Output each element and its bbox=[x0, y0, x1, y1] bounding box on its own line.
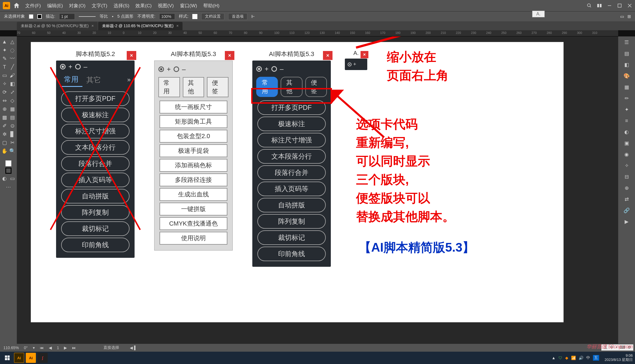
radio-off-icon[interactable] bbox=[174, 66, 179, 72]
align-icon[interactable]: ⊩ bbox=[251, 14, 255, 19]
curvature-tool-icon[interactable]: 〰 bbox=[9, 55, 16, 62]
radio-on-icon[interactable] bbox=[348, 62, 352, 66]
tray-ime-ch-icon[interactable]: 中 bbox=[586, 355, 590, 360]
gpu-toggle-icon[interactable]: ▭ bbox=[620, 14, 624, 19]
edit-toolbar-icon[interactable]: ⋯ bbox=[5, 183, 12, 191]
menu-effect[interactable]: 效果(C) bbox=[135, 3, 152, 9]
script-button[interactable]: 自动拼版 bbox=[257, 198, 326, 212]
tray-app-icon[interactable]: ◆ bbox=[565, 356, 568, 360]
brush-tool-icon[interactable]: 🖌 bbox=[9, 72, 16, 79]
transparency-panel-icon[interactable]: ▣ bbox=[622, 139, 631, 147]
selection-tool-icon[interactable]: ▲ bbox=[1, 38, 8, 45]
links-panel-icon[interactable]: 🔗 bbox=[622, 206, 631, 215]
home-icon[interactable] bbox=[13, 2, 20, 9]
script-button[interactable]: 统一画板尺寸 bbox=[160, 101, 227, 113]
zoom-level[interactable]: 110.65% bbox=[3, 346, 19, 350]
stroke-panel-icon[interactable]: ≡ bbox=[622, 117, 631, 125]
align-panel-icon[interactable]: ⊟ bbox=[622, 173, 631, 181]
fill-swatch[interactable] bbox=[29, 14, 33, 19]
taskbar-ai-icon[interactable]: Ai bbox=[14, 353, 24, 363]
shaper-tool-icon[interactable]: ✧ bbox=[1, 80, 8, 87]
perspective-tool-icon[interactable]: ▦ bbox=[9, 105, 16, 113]
chevron-right-icon[interactable]: » bbox=[127, 76, 131, 84]
screen-mode-icon[interactable]: ▭ bbox=[9, 175, 16, 182]
script-button[interactable]: 包装盒型2.0 bbox=[160, 130, 227, 143]
menu-file[interactable]: 文件(F) bbox=[25, 3, 41, 9]
stroke-weight-input[interactable] bbox=[59, 13, 75, 20]
width-tool-icon[interactable]: ⇔ bbox=[1, 97, 8, 104]
symbol-sprayer-tool-icon[interactable]: ✲ bbox=[1, 131, 8, 138]
script-button[interactable]: 矩形圆角工具 bbox=[160, 115, 227, 128]
script-button[interactable]: 多段路径连接 bbox=[160, 173, 227, 186]
actions-panel-icon[interactable]: ▶ bbox=[622, 217, 631, 226]
swatches-panel-icon[interactable]: ▦ bbox=[622, 83, 631, 91]
doc-tab-2[interactable]: 未标题-2 @ 110.65 % (CMYK/CPU 预览)× bbox=[98, 22, 183, 30]
script-button[interactable]: 打开多页PDF bbox=[61, 91, 130, 106]
panel-5-3-dark-close-button[interactable]: × bbox=[323, 51, 332, 60]
zoom-tool-icon[interactable]: 🔍 bbox=[9, 147, 16, 155]
line-tool-icon[interactable]: ╱ bbox=[9, 63, 16, 71]
artboard-nav-first-icon[interactable]: ⏮ bbox=[40, 346, 44, 350]
type-tool-icon[interactable]: T bbox=[1, 63, 8, 71]
eraser-tool-icon[interactable]: ◧ bbox=[9, 80, 16, 87]
taskbar-app-icon[interactable]: ∫ bbox=[38, 353, 48, 363]
tab-common[interactable]: 常用 bbox=[60, 73, 82, 87]
tab-other[interactable]: 其它 bbox=[82, 73, 105, 87]
layers-panel-icon[interactable]: ▤ bbox=[622, 49, 631, 58]
script-button[interactable]: 文本段落分行 bbox=[61, 140, 130, 155]
radio-on-icon[interactable] bbox=[256, 66, 262, 72]
blend-tool-icon[interactable]: ⊙ bbox=[9, 122, 16, 129]
direct-selection-tool-icon[interactable]: △ bbox=[9, 38, 16, 45]
tab-other[interactable]: 其他 bbox=[183, 77, 204, 97]
arrange-icon[interactable] bbox=[597, 3, 602, 8]
opacity-input[interactable] bbox=[159, 13, 175, 20]
script-button[interactable]: 印前角线 bbox=[257, 247, 326, 261]
magic-wand-tool-icon[interactable]: ✦ bbox=[1, 47, 8, 54]
script-button[interactable]: CMYK查找潘通色 bbox=[160, 217, 227, 230]
script-button[interactable]: 阵列复制 bbox=[257, 214, 326, 229]
panel-5-2-close-button[interactable]: × bbox=[127, 51, 136, 60]
graphic-styles-panel-icon[interactable]: ✧ bbox=[622, 161, 631, 170]
mesh-tool-icon[interactable]: ▩ bbox=[1, 114, 8, 121]
stroke-profile-line[interactable] bbox=[79, 16, 96, 17]
rotate-view-icon[interactable]: 0° bbox=[24, 346, 27, 350]
stroke-swatch[interactable] bbox=[37, 14, 42, 19]
canvas[interactable]: 脚本精简版5.2 × + – 常用 其它 » 打开多页PDF极速标注标注尺寸增强… bbox=[17, 36, 618, 344]
pen-tool-icon[interactable]: ✎ bbox=[1, 55, 8, 62]
script-button[interactable]: 一键拼版 bbox=[160, 203, 227, 215]
style-swatch[interactable] bbox=[192, 14, 197, 19]
script-button[interactable]: 极速手提袋 bbox=[160, 144, 227, 157]
essentials-workspace-icon[interactable]: ⊞ bbox=[627, 14, 631, 19]
maximize-icon[interactable] bbox=[617, 3, 622, 8]
menu-view[interactable]: 视图(V) bbox=[158, 3, 174, 9]
menu-type[interactable]: 文字(T) bbox=[92, 3, 107, 9]
radio-on-icon[interactable] bbox=[60, 64, 66, 69]
menu-object[interactable]: 对象(O) bbox=[69, 3, 86, 9]
artboard-nav-last-icon[interactable]: ⏭ bbox=[72, 346, 76, 350]
gradient-tool-icon[interactable]: ▤ bbox=[9, 114, 16, 121]
tab-notes[interactable]: 便签 bbox=[207, 77, 228, 97]
color-panel-icon[interactable]: 🎨 bbox=[622, 72, 631, 80]
tray-expand-icon[interactable]: ▲ bbox=[552, 356, 556, 360]
taskbar-clock[interactable]: 9:06 2023/8/13 星期日 bbox=[605, 354, 633, 362]
hand-tool-icon[interactable]: ✋ bbox=[1, 147, 8, 155]
radio-on-icon[interactable] bbox=[158, 66, 164, 72]
close-tab-icon[interactable]: × bbox=[91, 24, 94, 28]
artboard-tool-icon[interactable]: ▢ bbox=[1, 139, 8, 146]
script-button[interactable]: 极速标注 bbox=[61, 108, 130, 122]
properties-panel-icon[interactable]: ☰ bbox=[622, 38, 631, 47]
script-button[interactable]: 极速标注 bbox=[257, 117, 326, 131]
radio-off-icon[interactable] bbox=[75, 64, 81, 69]
script-button[interactable]: 段落行合并 bbox=[61, 156, 130, 171]
menu-edit[interactable]: 编辑(E) bbox=[47, 3, 63, 9]
tray-shield-icon[interactable]: 🛡 bbox=[558, 356, 562, 360]
lasso-tool-icon[interactable]: ◌ bbox=[9, 47, 16, 54]
start-button-icon[interactable] bbox=[2, 353, 12, 363]
menu-help[interactable]: 帮助(H) bbox=[203, 3, 220, 9]
script-button[interactable]: 自动拼版 bbox=[61, 189, 130, 203]
menu-window[interactable]: 窗口(W) bbox=[180, 3, 197, 9]
script-button[interactable]: 生成出血线 bbox=[160, 188, 227, 201]
script-button[interactable]: 阵列复制 bbox=[61, 205, 130, 220]
panel-mini-close-button[interactable]: × bbox=[361, 51, 368, 58]
appearance-panel-icon[interactable]: ◉ bbox=[622, 150, 631, 159]
